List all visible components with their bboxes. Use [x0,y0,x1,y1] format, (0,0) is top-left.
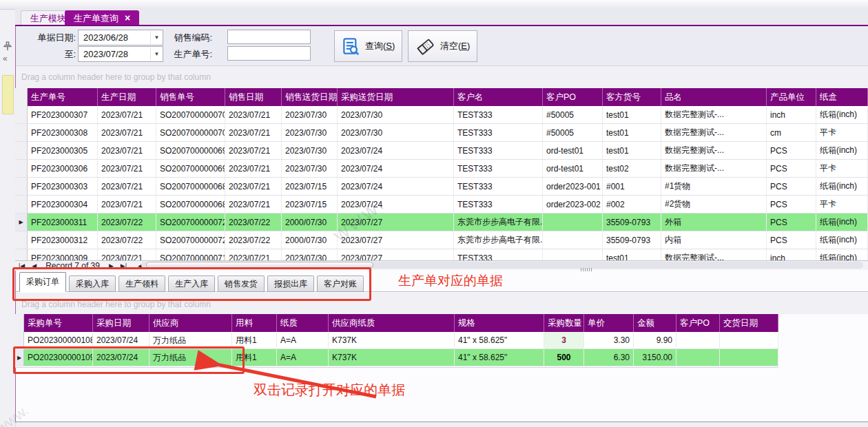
table-row[interactable]: PF20230003042023/07/21SO2007000000682023… [15,196,868,214]
column-header[interactable]: 客户PO [676,314,720,332]
nav-first-button[interactable]: |◀ [15,262,28,269]
cell [676,332,720,348]
group-by-panel-detail: Drag a column header here to group by th… [16,293,868,314]
cell: 2023/07/27 [338,214,454,231]
column-header[interactable]: 规格 [455,314,544,332]
column-header[interactable]: 客户名 [454,88,543,106]
column-header[interactable]: 采购日期 [93,314,149,332]
cell: 2023/07/30 [338,106,454,123]
cell: TEST333 [454,196,543,213]
cell: 2023/07/21 [98,142,156,159]
column-header[interactable]: 生产单号 [28,88,98,106]
tab-purchase-in[interactable]: 采购入库 [69,275,116,292]
cell: TEST333 [454,178,543,195]
tab-sales-shipment[interactable]: 销售发货 [218,275,265,292]
column-header[interactable]: 纸质 [277,314,329,332]
table-row[interactable]: PF20230003082023/07/21SO2007000000702023… [15,124,868,142]
column-header[interactable]: 金额 [634,314,676,332]
cell: SO200700000072 [156,231,225,249]
column-header[interactable]: 采购数量 [544,314,584,332]
cell [543,249,603,260]
eraser-icon [415,37,435,56]
column-header[interactable]: 生产日期 [98,88,156,106]
table-row[interactable]: PF20230003072023/07/21SO2007000000702023… [15,106,868,124]
chevron-down-icon[interactable]: ▼ [150,48,163,61]
column-header[interactable]: 供应商 [149,314,232,332]
cell: SO200700000070 [156,124,225,141]
table-row[interactable]: PO2023000001082023/07/24万力纸品用料1A=AK737K4… [15,332,778,349]
table-row[interactable]: PF20230003122023/07/22SO2007000000722023… [15,231,868,249]
row-indicator: ▶ [15,349,24,366]
table-row[interactable]: PF20230003092023/07/21SO2007000000712023… [15,249,868,260]
clear-button[interactable]: 清空(E) [408,30,477,62]
cell: 500 [544,349,584,366]
column-header[interactable]: 纸盒 [816,88,868,106]
column-header[interactable]: 单价 [584,314,634,332]
cell: #2货物 [661,196,767,213]
tab-production-order-query[interactable]: 生产单查询× [65,10,139,25]
pin-icon[interactable] [3,41,12,51]
column-header[interactable]: 采购单号 [24,314,93,332]
cell: 2000/07/30 [282,231,338,249]
cell: 2023/07/21 [225,142,282,159]
nav-prev-button[interactable]: ◀ [28,262,40,269]
row-indicator [15,231,28,249]
collapse-chevron-icon[interactable]: « [3,54,8,63]
cell: 2023/07/21 [225,160,282,177]
nav-last-button[interactable]: ▶| [117,262,130,269]
date-to-combo[interactable]: 2023/07/28 ▼ [78,46,163,62]
cell: 35509-0793 [603,231,661,249]
column-header[interactable]: 产品单位 [767,88,816,106]
tab-production-in[interactable]: 生产入库 [168,275,215,292]
tab-production-picking[interactable]: 生产领料 [118,275,165,292]
table-row[interactable]: ▶PO2023000001092023/07/24万力纸品用料1A=AK737K… [15,349,778,366]
column-header[interactable]: 销售单号 [156,88,225,106]
table-row[interactable]: PF20230003052023/07/21SO2007000000692023… [15,142,868,160]
column-header[interactable]: 采购送货日期 [338,88,454,106]
cell: TEST333 [454,142,543,159]
collapsed-sidebar[interactable]: « [0,10,16,427]
date-from-combo[interactable]: 2023/06/28 ▼ [78,30,163,45]
column-header[interactable]: 客户PO [543,88,603,106]
table-row[interactable]: PF20230003062023/07/21SO2007000000692023… [15,160,868,178]
search-icon [342,37,360,56]
horizontal-scrollbar-thumb[interactable] [146,262,373,269]
date-from-value: 2023/06/28 [79,32,150,43]
cell: 2023/07/30 [282,249,338,260]
splitter-grip[interactable] [581,268,593,271]
detail-tabbar: 采购订单 采购入库 生产领料 生产入库 销售发货 报损出库 客户对账 [19,273,364,292]
tab-purchase-orders[interactable]: 采购订单 [19,272,66,292]
table-row[interactable]: PF20230003032023/07/21SO2007000000682023… [15,178,868,196]
column-header[interactable]: 客方货号 [603,88,661,106]
column-header[interactable]: 交货日期 [720,314,778,332]
cell: 3150.00 [634,349,676,366]
close-icon[interactable]: × [125,12,130,23]
tab-customer-statement[interactable]: 客户对账 [317,275,364,292]
tab-scrap-out[interactable]: 报损出库 [267,275,314,292]
cell: 2023/07/21 [225,196,282,213]
column-header[interactable]: 供应商纸质 [329,314,455,332]
cell: 东莞市步步高电子有限... [454,231,543,249]
cell: PO202300000109 [24,349,93,366]
prod-no-input[interactable] [227,46,311,61]
cell: cm [767,124,816,141]
annotation-row-note: 双击记录打开对应的单据 [254,381,405,399]
sidebar-highlight-block [2,75,14,114]
row-indicator [15,124,28,141]
cell: 2023/07/21 [98,178,156,195]
column-header[interactable]: 品名 [661,88,767,106]
cell: #001 [603,178,661,195]
search-button[interactable]: 查询(S) [334,30,402,62]
table-row[interactable]: ▶PF20230003112023/07/22SO200700000072202… [15,214,868,231]
chevron-down-icon[interactable]: ▼ [150,31,163,44]
group-by-hint: Drag a column header here to group by th… [16,293,868,309]
purchase-orders-grid[interactable]: 采购单号采购日期供应商用料纸质供应商纸质规格采购数量单价金额客户PO交货日期PO… [15,314,778,368]
cell: PF2023000309 [28,249,98,260]
column-header[interactable]: 用料 [232,314,277,332]
nav-next-button[interactable]: ▶ [105,262,117,269]
column-header[interactable]: 销售送货日期 [282,88,338,106]
cell: 2023/07/21 [225,249,282,260]
column-header[interactable]: 销售日期 [225,88,282,106]
sales-code-input[interactable] [227,30,311,44]
production-orders-grid[interactable]: 生产单号生产日期销售单号销售日期销售送货日期采购送货日期客户名客户PO客方货号品… [15,88,868,260]
